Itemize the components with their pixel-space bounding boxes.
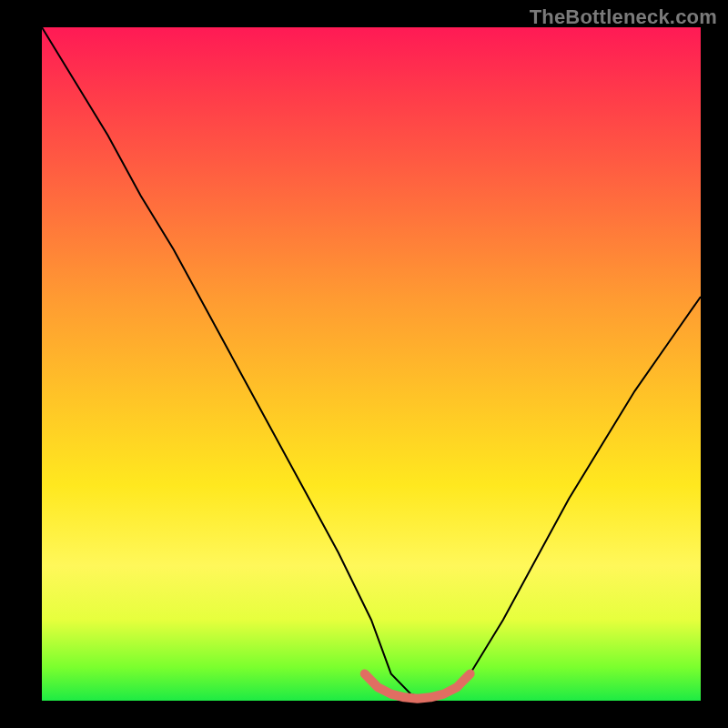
chart-plot-area [42, 27, 701, 701]
watermark-text: TheBottleneck.com [530, 5, 717, 29]
flat-bottom-highlight [365, 673, 470, 698]
chart-svg [42, 27, 701, 701]
bottleneck-curve [42, 27, 701, 701]
chart-frame: TheBottleneck.com [0, 0, 728, 728]
